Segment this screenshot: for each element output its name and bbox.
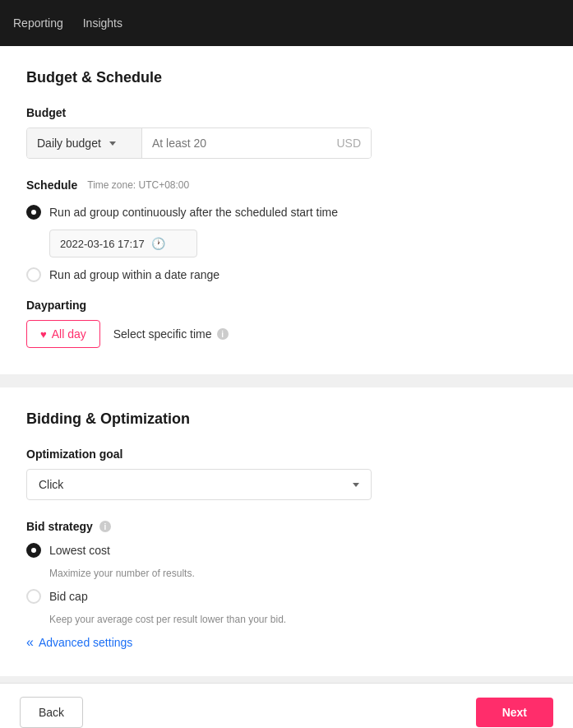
section-divider [0,381,573,387]
budget-schedule-title: Budget & Schedule [26,69,547,86]
lowest-cost-radio[interactable]: Lowest cost [26,543,547,558]
bid-cap-sublabel: Keep your average cost per result lower … [49,614,547,625]
budget-currency-label: USD [326,128,371,158]
optimization-goal-value: Click [39,478,63,491]
schedule-header: Schedule Time zone: UTC+08:00 [26,179,547,192]
lowest-cost-label: Lowest cost [49,544,110,557]
bidding-title: Bidding & Optimization [26,410,547,428]
bid-strategy-header: Bid strategy i [26,520,547,533]
radio-continuous-circle [26,205,41,220]
bidding-optimization-section: Bidding & Optimization Optimization goal… [0,387,573,676]
timezone-label: Time zone: UTC+08:00 [87,179,189,191]
optimization-goal-dropdown[interactable]: Click [26,469,372,500]
dayparting-label: Dayparting [26,299,547,312]
bid-cap-radio[interactable]: Bid cap [26,589,547,604]
all-day-button[interactable]: ♥ All day [26,320,100,348]
bid-cap-radio-circle [26,589,41,604]
radio-date-range[interactable]: Run ad group within a date range [26,267,547,282]
all-day-label: All day [52,327,86,341]
clock-icon: 🕐 [151,237,165,250]
budget-type-select[interactable]: Daily budget [27,128,142,158]
budget-input-row: Daily budget USD [26,128,372,159]
radio-date-range-circle [26,267,41,282]
optimization-dropdown-chevron-icon [353,483,359,487]
lowest-cost-radio-circle [26,543,41,558]
bottom-bar: Back Next [0,683,573,728]
dayparting-row: ♥ All day Select specific time i [26,320,547,348]
advanced-settings-label: Advanced settings [39,636,132,649]
bid-strategy-info-icon: i [99,521,111,532]
double-chevron-icon: « [26,635,34,650]
schedule-label: Schedule [26,179,77,192]
datetime-value: 2022-03-16 17:17 [60,238,145,250]
next-button[interactable]: Next [476,698,553,727]
bid-cap-option: Bid cap Keep your average cost per resul… [26,589,547,625]
heart-icon: ♥ [40,328,47,341]
budget-type-chevron-icon [109,141,116,146]
radio-date-range-label: Run ad group within a date range [49,268,219,281]
budget-amount-input[interactable] [142,128,326,158]
radio-continuous[interactable]: Run ad group continuously after the sche… [26,205,547,220]
budget-label: Budget [26,106,547,119]
optimization-goal-label: Optimization goal [26,447,547,461]
back-button[interactable]: Back [20,697,83,728]
advanced-settings-link[interactable]: « Advanced settings [26,635,547,650]
bid-cap-label: Bid cap [49,590,88,603]
nav-insights[interactable]: Insights [83,16,122,30]
radio-continuous-label: Run ad group continuously after the sche… [49,206,338,219]
select-specific-time-button[interactable]: Select specific time i [113,327,229,341]
datetime-input[interactable]: 2022-03-16 17:17 🕐 [49,230,197,257]
top-navigation: Reporting Insights [0,0,573,46]
lowest-cost-sublabel: Maximize your number of results. [49,568,547,579]
nav-reporting[interactable]: Reporting [13,16,63,30]
budget-type-label: Daily budget [37,137,101,150]
bid-strategy-label: Bid strategy [26,520,93,533]
budget-schedule-section: Budget & Schedule Budget Daily budget US… [0,46,573,374]
info-icon: i [217,328,229,340]
lowest-cost-option: Lowest cost Maximize your number of resu… [26,543,547,579]
select-specific-time-label: Select specific time [113,327,212,341]
